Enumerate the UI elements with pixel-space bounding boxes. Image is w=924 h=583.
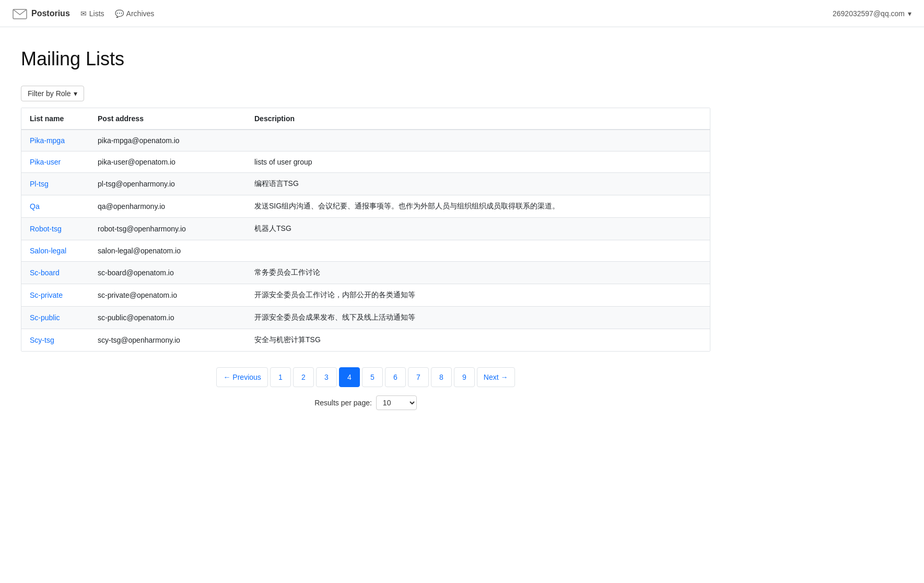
user-menu[interactable]: 2692032597@qq.com ▾	[833, 9, 911, 18]
brand-icon	[13, 8, 27, 19]
navbar-left: Postorius ✉ Lists 💬 Archives	[13, 8, 154, 19]
table-row: Pika-mpgapika-mpga@openatom.io	[21, 130, 710, 151]
list-post-address: robot-tsg@openharmony.io	[89, 218, 246, 240]
list-description	[246, 130, 710, 151]
table-row: Sc-privatesc-private@openatom.io开源安全委员会工…	[21, 284, 710, 307]
list-name-link[interactable]: Pl-tsg	[30, 180, 49, 188]
list-name-link[interactable]: Qa	[30, 202, 40, 211]
col-header-name: List name	[21, 108, 89, 130]
navbar: Postorius ✉ Lists 💬 Archives 2692032597@…	[0, 0, 924, 27]
table-row: Salon-legalsalon-legal@openatom.io	[21, 240, 710, 262]
list-description: 安全与机密计算TSG	[246, 329, 710, 352]
list-post-address: scy-tsg@openharmony.io	[89, 329, 246, 352]
list-description: 开源安全委员会工作讨论，内部公开的各类通知等	[246, 284, 710, 307]
col-header-post: Post address	[89, 108, 246, 130]
list-post-address: pika-mpga@openatom.io	[89, 130, 246, 151]
previous-button[interactable]: ← Previous	[216, 367, 267, 387]
next-button[interactable]: Next →	[477, 367, 515, 387]
filter-dropdown-icon: ▾	[74, 89, 77, 98]
list-name-link[interactable]: Pika-mpga	[30, 136, 65, 145]
filter-bar: Filter by Role ▾	[21, 86, 710, 101]
list-description: 常务委员会工作讨论	[246, 262, 710, 284]
list-post-address: salon-legal@openatom.io	[89, 240, 246, 262]
page-1-button[interactable]: 1	[270, 367, 291, 387]
page-6-button[interactable]: 6	[385, 367, 406, 387]
list-post-address: sc-private@openatom.io	[89, 284, 246, 307]
list-name-link[interactable]: Sc-public	[30, 313, 60, 322]
nav-archives-label: Archives	[126, 9, 155, 18]
col-header-desc: Description	[246, 108, 710, 130]
list-name-link[interactable]: Scy-tsg	[30, 336, 54, 344]
list-post-address: pika-user@openatom.io	[89, 151, 246, 173]
page-7-button[interactable]: 7	[408, 367, 429, 387]
pagination: ← Previous 1 2 3 4 5 6 7 8 9 Next →	[216, 367, 514, 387]
archives-icon: 💬	[115, 9, 124, 18]
results-per-page: Results per page: 10 25 50 100	[314, 395, 417, 410]
table-row: Sc-publicsc-public@openatom.io开源安全委员会成果发…	[21, 307, 710, 329]
brand-label: Postorius	[31, 9, 70, 18]
filter-by-role-button[interactable]: Filter by Role ▾	[21, 86, 84, 101]
pagination-section: ← Previous 1 2 3 4 5 6 7 8 9 Next → Resu…	[21, 352, 710, 421]
list-post-address: sc-public@openatom.io	[89, 307, 246, 329]
list-description: 机器人TSG	[246, 218, 710, 240]
list-description: 编程语言TSG	[246, 173, 710, 195]
page-2-button[interactable]: 2	[293, 367, 314, 387]
results-per-page-select[interactable]: 10 25 50 100	[376, 395, 417, 410]
page-4-button[interactable]: 4	[339, 367, 360, 387]
page-3-button[interactable]: 3	[316, 367, 337, 387]
user-email: 2692032597@qq.com	[833, 9, 905, 18]
page-8-button[interactable]: 8	[431, 367, 452, 387]
table-row: Qaqa@openharmony.io发送SIG组内沟通、会议纪要、通报事项等。…	[21, 195, 710, 218]
list-name-link[interactable]: Sc-private	[30, 291, 63, 299]
results-per-page-label: Results per page:	[314, 399, 372, 407]
table-row: Pl-tsgpl-tsg@openharmony.io编程语言TSG	[21, 173, 710, 195]
list-post-address: qa@openharmony.io	[89, 195, 246, 218]
nav-lists-label: Lists	[89, 9, 104, 18]
filter-label: Filter by Role	[28, 89, 71, 98]
page-9-button[interactable]: 9	[454, 367, 475, 387]
list-description: 发送SIG组内沟通、会议纪要、通报事项等。也作为外部人员与组织组织成员取得联系的…	[246, 195, 710, 218]
list-name-link[interactable]: Salon-legal	[30, 247, 66, 255]
table-row: Sc-boardsc-board@openatom.io常务委员会工作讨论	[21, 262, 710, 284]
nav-lists-link[interactable]: ✉ Lists	[80, 9, 104, 18]
list-description: lists of user group	[246, 151, 710, 173]
lists-icon: ✉	[80, 9, 87, 18]
brand-link[interactable]: Postorius	[13, 8, 70, 19]
nav-archives-link[interactable]: 💬 Archives	[115, 9, 155, 18]
list-description: 开源安全委员会成果发布、线下及线上活动通知等	[246, 307, 710, 329]
mailing-lists-table: List name Post address Description Pika-…	[21, 108, 710, 351]
mailing-lists-table-container: List name Post address Description Pika-…	[21, 108, 710, 352]
list-name-link[interactable]: Robot-tsg	[30, 225, 62, 233]
page-5-button[interactable]: 5	[362, 367, 383, 387]
table-row: Scy-tsgscy-tsg@openharmony.io安全与机密计算TSG	[21, 329, 710, 352]
table-row: Robot-tsgrobot-tsg@openharmony.io机器人TSG	[21, 218, 710, 240]
list-description	[246, 240, 710, 262]
table-row: Pika-userpika-user@openatom.iolists of u…	[21, 151, 710, 173]
list-post-address: pl-tsg@openharmony.io	[89, 173, 246, 195]
list-name-link[interactable]: Sc-board	[30, 269, 60, 277]
list-post-address: sc-board@openatom.io	[89, 262, 246, 284]
table-header-row: List name Post address Description	[21, 108, 710, 130]
list-name-link[interactable]: Pika-user	[30, 158, 61, 166]
user-dropdown-icon: ▾	[908, 9, 911, 18]
main-content: Mailing Lists Filter by Role ▾ List name…	[0, 27, 731, 436]
page-title: Mailing Lists	[21, 48, 710, 70]
